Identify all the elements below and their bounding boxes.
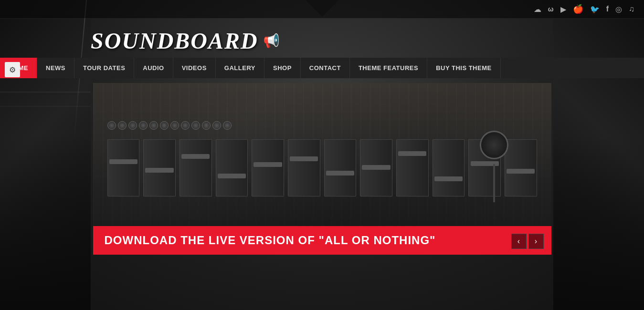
fader-handle xyxy=(145,168,173,173)
fader-channel xyxy=(107,139,140,196)
fader-handle xyxy=(181,154,210,159)
knob xyxy=(191,121,200,130)
knob xyxy=(170,121,179,130)
nav-item-buy-this-theme[interactable]: BUY THIS THEME xyxy=(427,58,501,78)
soundcloud-icon[interactable]: ☁ xyxy=(534,5,541,14)
fader-handle xyxy=(218,174,246,178)
nav-item-contact[interactable]: CONTACT xyxy=(301,58,350,78)
equipment-visual xyxy=(465,131,523,197)
logo-container: SOUNDBOARD 📢 xyxy=(91,28,280,54)
cta-text: DOWNLOAD THE LIVE VERSION OF "ALL OR NOT… xyxy=(105,234,436,247)
nav-item-videos[interactable]: VIDEOS xyxy=(173,58,216,78)
megaphone-icon: 📢 xyxy=(263,33,280,49)
fader-handle xyxy=(290,156,318,161)
fader-channel xyxy=(288,139,320,196)
knob xyxy=(202,121,211,130)
fader-handle xyxy=(434,176,463,181)
fader-handle xyxy=(109,159,137,164)
gear-icon: ⚙ xyxy=(9,65,16,74)
main-content: DOWNLOAD THE LIVE VERSION OF "ALL OR NOT… xyxy=(0,78,644,259)
nav-item-news[interactable]: NEWS xyxy=(37,58,74,78)
fader-channel xyxy=(360,139,392,196)
nav-item-theme-features[interactable]: THEME FEATURES xyxy=(350,58,427,78)
cta-banner[interactable]: DOWNLOAD THE LIVE VERSION OF "ALL OR NOT… xyxy=(93,226,551,255)
knob xyxy=(181,121,190,130)
fader-channel xyxy=(396,139,429,196)
prev-slide-button[interactable]: ‹ xyxy=(511,234,527,249)
lastfm-icon[interactable]: ω xyxy=(548,5,554,13)
content-wrapper: ☁ ω ▶ 🍎 🐦 f ◎ ♫ SOUNDBOARD 📢 HOME NEWS T… xyxy=(0,0,644,259)
page-wrapper: ⚙ ☁ ω ▶ 🍎 🐦 f ◎ ♫ SOUNDBOARD 📢 HOME NEWS… xyxy=(0,0,644,310)
fader-handle xyxy=(398,151,426,156)
facebook-icon[interactable]: f xyxy=(606,5,609,13)
fader-channel xyxy=(324,139,357,196)
fader-channel xyxy=(433,139,465,196)
top-triangle-decoration xyxy=(306,0,339,17)
site-logo[interactable]: SOUNDBOARD xyxy=(91,28,258,54)
knob xyxy=(160,121,169,130)
fader-handle xyxy=(362,165,390,170)
fader-channel xyxy=(179,139,212,196)
nav-item-audio[interactable]: AUDIO xyxy=(134,58,173,78)
knob xyxy=(212,121,221,130)
instagram-icon[interactable]: ◎ xyxy=(615,5,622,14)
mic-stand xyxy=(493,164,495,202)
slider-nav: ‹ › xyxy=(511,234,544,249)
spotify-icon[interactable]: ♫ xyxy=(629,5,634,13)
fader-channel xyxy=(143,139,176,196)
twitter-icon[interactable]: 🐦 xyxy=(590,5,600,14)
hero-slider: DOWNLOAD THE LIVE VERSION OF "ALL OR NOT… xyxy=(93,83,551,255)
apple-icon[interactable]: 🍎 xyxy=(573,4,583,14)
next-slide-button[interactable]: › xyxy=(528,234,544,249)
nav-item-gallery[interactable]: GALLERY xyxy=(216,58,264,78)
knob xyxy=(139,121,148,130)
vinyl-record xyxy=(480,131,508,159)
fader-handle xyxy=(253,162,282,167)
nav-item-tour-dates[interactable]: TOUR DATES xyxy=(74,58,134,78)
header-area: SOUNDBOARD 📢 xyxy=(0,18,644,54)
nav-item-shop[interactable]: SHOP xyxy=(264,58,301,78)
knob xyxy=(118,121,127,130)
fader-handle xyxy=(326,171,354,176)
nav-bar: HOME NEWS TOUR DATES AUDIO VIDEOS GALLER… xyxy=(0,58,644,78)
fader-channel xyxy=(216,139,248,196)
youtube-icon[interactable]: ▶ xyxy=(560,5,566,14)
knob xyxy=(107,121,116,130)
knob xyxy=(149,121,158,130)
fader-channel xyxy=(252,139,284,196)
knob xyxy=(128,121,137,130)
knob xyxy=(223,121,232,130)
settings-button[interactable]: ⚙ xyxy=(5,62,20,77)
